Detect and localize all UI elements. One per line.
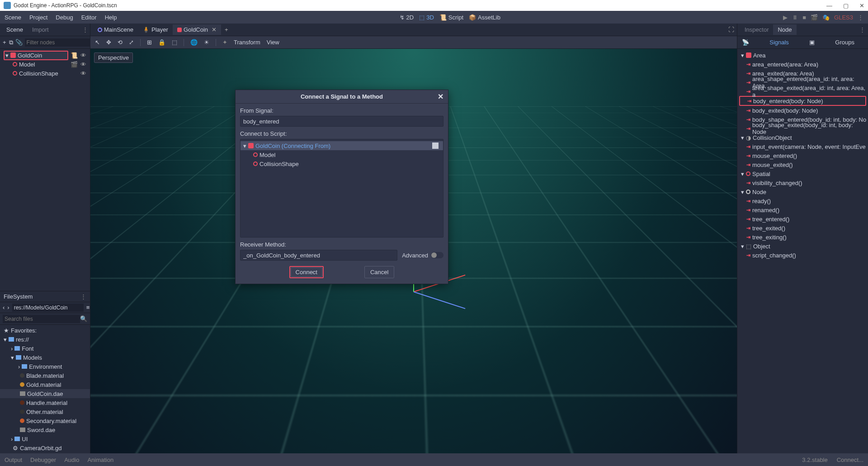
snap-icon[interactable]: ⊞ [147, 39, 152, 46]
link-icon[interactable]: ⧉ [9, 39, 13, 46]
workspace-3d[interactable]: ⬚ 3D [419, 14, 434, 21]
signal-tree-entered[interactable]: ⇥tree_entered() [737, 214, 868, 223]
tree-node-model[interactable]: Model 🎬👁 [0, 60, 90, 69]
particles-icon[interactable]: ✦ [222, 39, 227, 46]
scene-tab-mainscene[interactable]: MainScene [93, 24, 138, 35]
cat-object[interactable]: ▾⬚Object [737, 242, 868, 251]
dock-opts-icon[interactable]: ⋮ [82, 26, 88, 33]
attach-script-icon[interactable]: 📎 [16, 39, 22, 46]
fs-search-input[interactable] [3, 315, 80, 323]
fs-file-blade[interactable]: Blade.material [0, 371, 90, 380]
cat-area[interactable]: ▾Area [737, 51, 868, 60]
tab-scene[interactable]: Scene [2, 24, 28, 35]
add-node-icon[interactable]: + [3, 39, 6, 46]
target-model[interactable]: Model [241, 150, 443, 159]
play-icon[interactable]: ▶ [783, 14, 788, 21]
visibility-icon[interactable]: 👁 [80, 61, 86, 68]
bottom-animation[interactable]: Animation [87, 456, 113, 463]
signal-renamed[interactable]: ⇥renamed() [737, 205, 868, 214]
receiver-method-input[interactable] [240, 250, 397, 261]
tab-inspector[interactable]: Inspector [740, 24, 773, 35]
target-collision[interactable]: CollisionShape [241, 159, 443, 168]
fs-root[interactable]: ▾res:// [0, 335, 90, 344]
fs-path-input[interactable] [12, 304, 84, 312]
cat-node[interactable]: ▾Node [737, 187, 868, 196]
menu-editor[interactable]: Editor [81, 14, 97, 21]
transform-menu[interactable]: Transform [234, 39, 260, 46]
advanced-toggle[interactable] [431, 252, 443, 258]
signal-area-entered[interactable]: ⇥area_entered(area: Area) [737, 60, 868, 69]
search-icon[interactable]: 🔍 [80, 315, 87, 322]
fs-folder-font[interactable]: ›Font [0, 344, 90, 353]
visibility-icon[interactable]: 👁 [80, 52, 86, 59]
menu-project[interactable]: Project [29, 14, 47, 21]
play-custom-icon[interactable]: 🎭 [822, 14, 830, 21]
lock-icon[interactable]: 🔒 [158, 39, 165, 46]
workspace-script[interactable]: 📜 Script [439, 14, 463, 21]
move-tool-icon[interactable]: ✥ [106, 39, 111, 46]
fs-file-handle[interactable]: Handle.material [0, 398, 90, 407]
play-scene-icon[interactable]: 🎬 [811, 14, 818, 21]
workspace-2d[interactable]: ↯ 2D [400, 14, 414, 21]
target-goldcoin[interactable]: ▾GoldCoin (Connecting From) [241, 141, 443, 150]
bottom-audio[interactable]: Audio [64, 456, 79, 463]
group-icon[interactable]: ⬚ [172, 39, 177, 46]
bottom-debugger[interactable]: Debugger [30, 456, 56, 463]
stop-icon[interactable]: ■ [802, 14, 806, 21]
transform-gizmo[interactable] [414, 291, 414, 292]
signal-ready[interactable]: ⇥ready() [737, 196, 868, 205]
filter-nodes-input[interactable] [25, 38, 96, 47]
cat-spatial[interactable]: ▾Spatial [737, 169, 868, 178]
tab-import[interactable]: Import [28, 24, 53, 35]
dock-opts-icon[interactable]: ⋮ [80, 293, 86, 300]
win-minimize[interactable]: — [826, 2, 832, 9]
tree-node-collision[interactable]: CollisionShape 👁 [0, 69, 90, 78]
section-groups[interactable]: Groups [835, 39, 854, 46]
signal-script-changed[interactable]: ⇥script_changed() [737, 251, 868, 260]
bottom-output[interactable]: Output [5, 456, 22, 463]
fs-favorites[interactable]: ★Favorites: [0, 326, 90, 335]
nav-fwd-icon[interactable]: › [7, 304, 9, 311]
scene-tab-player[interactable]: 🧍Player [138, 24, 173, 35]
fs-folder-models[interactable]: ▾Models [0, 353, 90, 362]
scale-tool-icon[interactable]: ⤢ [129, 39, 134, 46]
tab-node[interactable]: Node [773, 24, 796, 35]
add-tab-icon[interactable]: + [221, 26, 232, 33]
from-signal-input[interactable] [240, 116, 443, 127]
fs-folder-ui[interactable]: ›UI [0, 434, 90, 443]
light-icon[interactable]: ☀ [204, 39, 209, 46]
fs-file-sword[interactable]: Sword.dae [0, 425, 90, 434]
view-menu[interactable]: View [267, 39, 279, 46]
fs-folder-env[interactable]: ›Environment [0, 362, 90, 371]
menu-more-icon[interactable]: ⋮ [858, 14, 863, 21]
signal-body-exited[interactable]: ⇥body_exited(body: Node) [737, 106, 868, 115]
fs-file-goldcoin-dae[interactable]: GoldCoin.dae [0, 389, 90, 398]
menu-scene[interactable]: Scene [5, 14, 21, 21]
fs-file-other[interactable]: Other.material [0, 407, 90, 416]
dock-opts-icon[interactable]: ⋮ [859, 26, 865, 33]
menu-help[interactable]: Help [105, 14, 117, 21]
fs-file-cameraorbit[interactable]: ⚙CameraOrbit.gd [0, 443, 90, 452]
nav-back-icon[interactable]: ‹ [3, 304, 5, 311]
signal-body-shape-exited[interactable]: ⇥body_shape_exited(body_id: int, body: N… [737, 124, 868, 133]
close-icon[interactable]: ✕ [438, 92, 443, 101]
win-close[interactable]: ✕ [859, 2, 864, 9]
connect-button[interactable]: Connect [291, 267, 322, 277]
close-tab-icon[interactable]: ✕ [212, 26, 217, 33]
renderer-label[interactable]: GLES3 [834, 14, 853, 21]
signal-area-shape-exited[interactable]: ⇥area_shape_exited(area_id: int, area: A… [737, 87, 868, 96]
signal-tree-exiting[interactable]: ⇥tree_exiting() [737, 233, 868, 242]
env-icon[interactable]: 🌐 [190, 39, 198, 46]
perspective-button[interactable]: Perspective [94, 52, 133, 63]
instance-icon[interactable]: 🎬 [71, 61, 78, 68]
connect-status[interactable]: Connect... [837, 456, 863, 463]
win-maximize[interactable]: ▢ [843, 2, 849, 9]
signal-visibility-changed[interactable]: ⇥visibility_changed() [737, 178, 868, 187]
view-mode-icon[interactable]: ≡ [86, 304, 90, 311]
visibility-icon[interactable]: 👁 [80, 70, 86, 77]
expand-viewport-icon[interactable]: ⛶ [728, 26, 734, 33]
cancel-button[interactable]: Cancel [364, 266, 394, 278]
pause-icon[interactable]: ⏸ [792, 14, 798, 21]
script-slot-icon[interactable]: 📜 [71, 52, 78, 59]
signal-mouse-entered[interactable]: ⇥mouse_entered() [737, 151, 868, 160]
